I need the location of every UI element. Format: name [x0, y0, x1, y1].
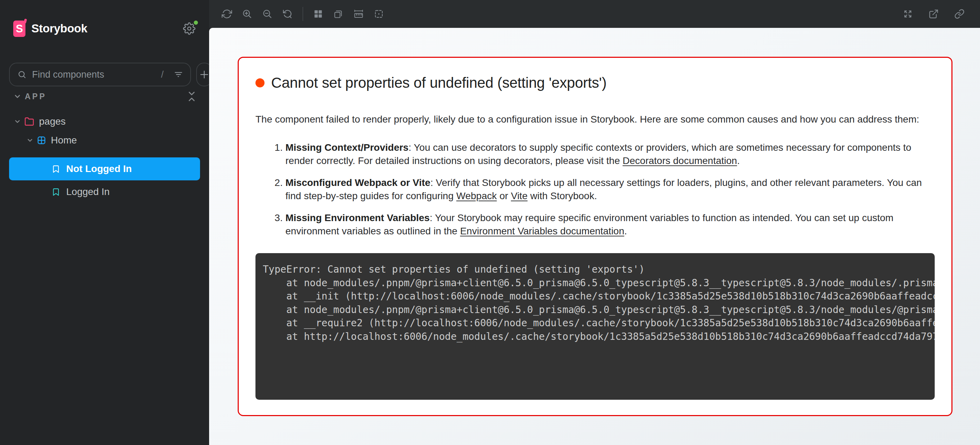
- error-status-dot-icon: [255, 78, 264, 87]
- cause-label: Missing Environment Variables: [285, 212, 430, 223]
- doc-link[interactable]: Webpack: [456, 190, 496, 201]
- remount-icon: [222, 9, 232, 19]
- bookmark-icon: [52, 164, 60, 174]
- slash-shortcut-key: /: [161, 69, 164, 80]
- tree-item-label: Not Logged In: [66, 163, 132, 174]
- measure-button[interactable]: [348, 4, 369, 24]
- toolbar-right-group: [898, 4, 970, 24]
- settings-menu-button[interactable]: [181, 21, 197, 36]
- notification-dot: [193, 19, 199, 26]
- sidebar-section-app: APP: [14, 89, 196, 104]
- reset-zoom-button[interactable]: [277, 4, 298, 24]
- zoom-out-button[interactable]: [257, 4, 277, 24]
- open-in-new-tab-icon: [928, 9, 939, 19]
- main-area: Cannot set properties of undefined (sett…: [209, 0, 980, 445]
- storybook-home-link[interactable]: S Storybook: [13, 21, 87, 37]
- sidebar-item-logged-in[interactable]: Logged In: [0, 182, 209, 201]
- zoom-out-icon: [262, 9, 272, 19]
- storybook-app: S Storybook: [0, 0, 980, 445]
- section-label: APP: [25, 92, 46, 101]
- backgrounds-grid-icon: [313, 9, 323, 19]
- viewport-icon: [334, 9, 343, 19]
- error-title: Cannot set properties of undefined (sett…: [271, 74, 606, 91]
- brand-row: S Storybook: [13, 17, 197, 40]
- collapse-all-button[interactable]: [188, 90, 196, 103]
- search-input[interactable]: [31, 69, 156, 81]
- tree-item-label: Home: [51, 135, 77, 146]
- chevron-down-icon[interactable]: [14, 119, 21, 125]
- collapse-all-icon: [188, 90, 196, 103]
- doc-link[interactable]: Decorators documentation: [623, 155, 737, 166]
- stack-trace-line: at node_modules/.pnpm/@prisma+client@6.5…: [263, 277, 928, 290]
- preview-canvas: Cannot set properties of undefined (sett…: [209, 28, 980, 445]
- plus-icon: [199, 69, 210, 80]
- measure-icon: [353, 9, 364, 19]
- tree-item-label: pages: [39, 116, 65, 127]
- tree-item-label: Logged In: [66, 186, 110, 198]
- component-icon: [37, 136, 46, 145]
- cause-item: Missing Context/Providers: You can use d…: [285, 141, 935, 168]
- doc-link[interactable]: Vite: [511, 190, 528, 201]
- chevron-down-icon[interactable]: [27, 137, 33, 144]
- toolbar-divider: [302, 7, 303, 21]
- stack-trace-block[interactable]: TypeError: Cannot set properties of unde…: [255, 253, 935, 400]
- error-intro: The component failed to render properly,…: [255, 113, 935, 126]
- canvas-toolbar: [209, 0, 980, 28]
- cause-list: Missing Context/Providers: You can use d…: [255, 141, 935, 238]
- cause-item: Misconfigured Webpack or Vite: Verify th…: [285, 176, 935, 203]
- error-title-row: Cannot set properties of undefined (sett…: [255, 74, 935, 91]
- cause-item: Missing Environment Variables: Your Stor…: [285, 211, 935, 238]
- sidebar: S Storybook: [0, 0, 209, 445]
- zoom-in-icon: [242, 9, 252, 19]
- stack-trace-line: at __init (http://localhost:6006/node_mo…: [263, 290, 928, 303]
- viewport-button[interactable]: [328, 4, 348, 24]
- search-row: /: [9, 63, 201, 86]
- outline-icon: [374, 9, 384, 19]
- bookmark-icon: [52, 187, 60, 197]
- copy-link-icon: [954, 9, 965, 19]
- copy-link-button[interactable]: [949, 4, 970, 24]
- fullscreen-button[interactable]: [898, 4, 918, 24]
- stack-trace-line: TypeError: Cannot set properties of unde…: [263, 263, 928, 277]
- cause-label: Missing Context/Providers: [285, 142, 409, 153]
- doc-link[interactable]: Environment Variables documentation: [460, 226, 624, 236]
- brand-title: Storybook: [31, 22, 87, 35]
- search-icon: [18, 70, 27, 79]
- logo-letter: S: [16, 23, 23, 34]
- backgrounds-button[interactable]: [308, 4, 328, 24]
- folder-icon: [24, 117, 34, 127]
- filter-icon[interactable]: [173, 70, 183, 79]
- reset-zoom-icon: [282, 9, 293, 19]
- sidebar-item-home[interactable]: Home: [0, 131, 209, 150]
- open-canvas-new-tab-button[interactable]: [924, 4, 944, 24]
- stack-trace-line: at __require2 (http://localhost:6006/nod…: [263, 317, 928, 330]
- storybook-logo-icon: S: [13, 21, 25, 37]
- cause-label: Misconfigured Webpack or Vite: [285, 177, 430, 188]
- zoom-in-button[interactable]: [237, 4, 257, 24]
- fullscreen-icon: [903, 9, 913, 19]
- sidebar-item-pages[interactable]: pages: [0, 112, 209, 131]
- story-tree: pages Home: [0, 112, 209, 201]
- stack-trace-line: at http://localhost:6006/node_modules/.c…: [263, 330, 928, 344]
- chevron-down-icon[interactable]: [14, 93, 21, 100]
- stack-trace-line: at node_modules/.pnpm/@prisma+client@6.5…: [263, 303, 928, 317]
- sidebar-item-not-logged-in[interactable]: Not Logged In: [9, 157, 200, 181]
- outline-button[interactable]: [369, 4, 389, 24]
- search-box[interactable]: /: [9, 63, 191, 86]
- remount-button[interactable]: [217, 4, 237, 24]
- error-panel: Cannot set properties of undefined (sett…: [238, 57, 953, 416]
